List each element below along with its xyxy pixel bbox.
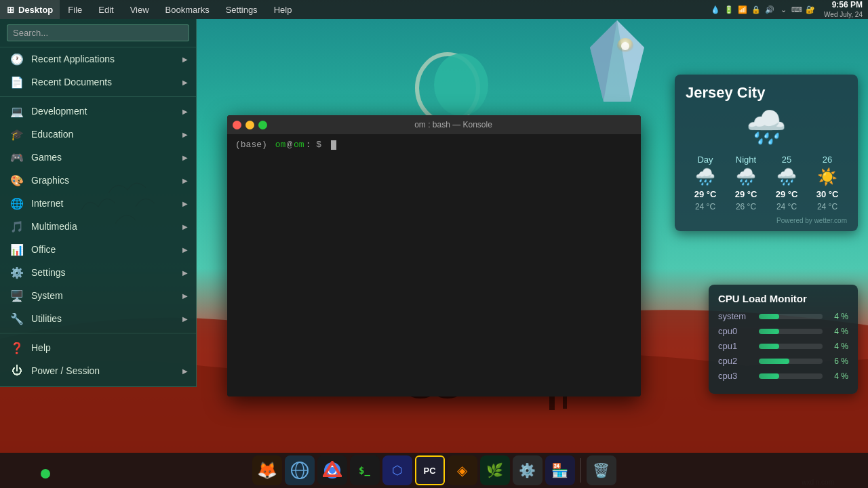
- weather-temp-low-2: 24 °C: [776, 202, 797, 211]
- cpu-monitor: CPU Load Monitor system 4 % cpu0 4 % cpu…: [709, 285, 858, 394]
- dock-sourcetree[interactable]: 🌿: [480, 455, 510, 485]
- weather-day-3: 26 ☀️ 30 °C 24 °C: [808, 155, 847, 211]
- terminal-body[interactable]: (base) om @ om : $: [227, 134, 641, 396]
- menu-help[interactable]: Help: [266, 0, 300, 19]
- weather-day-1: Night 🌧️ 29 °C 26 °C: [726, 155, 766, 211]
- prompt-base: (base): [235, 140, 267, 150]
- water-icon: 💧: [710, 4, 721, 15]
- menu-icon-education: 🎓: [9, 127, 24, 142]
- terminal-minimize[interactable]: [245, 121, 254, 129]
- menu-bookmarks[interactable]: Bookmarks: [157, 0, 218, 19]
- menu-divider-bottom: [0, 333, 196, 333]
- cpu-bar-container-cpu3: [759, 373, 823, 379]
- weather-city: Jersey City: [686, 84, 847, 102]
- menu-item-recent-apps[interactable]: 🕐Recent Applications: [0, 47, 196, 70]
- terminal-maximize[interactable]: [258, 121, 267, 129]
- menu-icon-recent-apps: 🕐: [9, 52, 24, 66]
- menu-item-development[interactable]: 💻Development: [0, 100, 196, 123]
- menu-label-recent-docs: Recent Documents: [31, 77, 112, 87]
- start-icon: ⊞: [7, 5, 14, 15]
- cpu-label-cpu1: cpu1: [718, 341, 753, 351]
- menu-file[interactable]: File: [60, 0, 90, 19]
- dock-chrome[interactable]: [317, 455, 347, 485]
- menu-icon-system: 🖥️: [9, 288, 24, 303]
- clock-time: 9:56 PM: [824, 0, 863, 10]
- prompt-host: om: [294, 140, 304, 150]
- weather-day-icon-3: ☀️: [817, 167, 837, 186]
- menu-icon-development: 💻: [9, 104, 24, 119]
- dock-appcenter[interactable]: 🏪: [545, 455, 575, 485]
- cpu-bar-system: [759, 314, 779, 319]
- menu-item-system[interactable]: 🖥️System: [0, 284, 196, 307]
- cpu-bar-cpu3: [759, 373, 779, 379]
- menu-icon-utilities: 🔧: [9, 311, 24, 326]
- menu-view[interactable]: View: [122, 0, 157, 19]
- dock-terminal[interactable]: $_: [350, 455, 380, 485]
- start-label: Desktop: [18, 5, 53, 15]
- prompt-at: @: [287, 140, 292, 150]
- menu-item-power[interactable]: ⏻Power / Session: [0, 359, 196, 382]
- dock-globe[interactable]: [285, 455, 315, 485]
- dock-trash[interactable]: 🗑️: [587, 455, 616, 485]
- menu-label-games: Games: [31, 152, 62, 163]
- terminal-close[interactable]: [233, 121, 241, 129]
- dock-pycharm[interactable]: PC: [415, 455, 445, 485]
- prompt-user: om: [275, 140, 286, 150]
- weather-day-label-3: 26: [823, 155, 832, 165]
- menu-icon-help: ❓: [9, 340, 24, 355]
- menu-item-office[interactable]: 📊Office: [0, 238, 196, 261]
- menu-item-recent-docs[interactable]: 📄Recent Documents: [0, 70, 196, 94]
- search-input[interactable]: [7, 24, 189, 41]
- menu-icon-games: 🎮: [9, 150, 24, 165]
- chevron-icon[interactable]: ⌄: [778, 4, 789, 15]
- menu-item-games[interactable]: 🎮Games: [0, 146, 196, 169]
- menu-item-utilities[interactable]: 🔧Utilities: [0, 307, 196, 330]
- menu-label-development: Development: [31, 106, 87, 117]
- dock-settings[interactable]: ⚙️: [513, 455, 542, 485]
- cpu-percent-system: 4 %: [828, 312, 848, 321]
- start-button[interactable]: ⊞ Desktop: [0, 0, 60, 19]
- menu-item-graphics[interactable]: 🎨Graphics: [0, 169, 196, 192]
- kbd-icon: ⌨: [791, 4, 802, 15]
- terminal-title: om : bash — Konsole: [271, 120, 635, 129]
- lock-icon: 🔒: [751, 4, 762, 15]
- menu-icon-office: 📊: [9, 242, 24, 257]
- menu-item-settings[interactable]: ⚙️Settings: [0, 261, 196, 284]
- dock-sublime[interactable]: ◈: [448, 455, 477, 485]
- lock2-icon: 🔐: [805, 4, 816, 15]
- menu-settings[interactable]: Settings: [218, 0, 266, 19]
- weather-main-icon: 🌧️: [686, 108, 847, 146]
- terminal-titlebar: om : bash — Konsole: [227, 115, 641, 134]
- menu-icon-graphics: 🎨: [9, 173, 24, 188]
- cpu-row-cpu2: cpu2 6 %: [718, 356, 848, 366]
- cpu-row-cpu1: cpu1 4 %: [718, 341, 848, 351]
- dock-kdevelop[interactable]: ⬡: [382, 455, 412, 485]
- cpu-bar-container-cpu2: [759, 359, 823, 364]
- system-tray: 💧 🔋 📶 🔒 🔊 ⌄ ⌨ 🔐: [710, 4, 816, 15]
- menu-item-multimedia[interactable]: 🎵Multimedia: [0, 215, 196, 238]
- weather-temp-high-3: 30 °C: [816, 189, 839, 199]
- menu-item-education[interactable]: 🎓Education: [0, 123, 196, 146]
- svg-point-2: [434, 54, 488, 116]
- cpu-percent-cpu1: 4 %: [828, 342, 848, 351]
- dock-firefox[interactable]: 🦊: [252, 455, 282, 485]
- weather-temp-high-2: 29 °C: [776, 189, 798, 199]
- taskbar-bottom: 🦊 $_ ⬡ PC ◈ 🌿 ⚙️ 🏪 🗑️: [0, 453, 868, 488]
- menu-edit[interactable]: Edit: [90, 0, 121, 19]
- taskbar-right: 💧 🔋 📶 🔒 🔊 ⌄ ⌨ 🔐 9:56 PM Wed July, 24: [710, 0, 868, 19]
- terminal-window[interactable]: om : bash — Konsole (base) om @ om : $: [227, 115, 641, 396]
- clock[interactable]: 9:56 PM Wed July, 24: [824, 0, 863, 19]
- menu-label-education: Education: [31, 129, 73, 140]
- svg-marker-4: [617, 20, 644, 102]
- cpu-bar-container-cpu1: [759, 344, 823, 349]
- menu-icon-settings: ⚙️: [9, 265, 24, 280]
- app-menu: 🕐Recent Applications📄Recent Documents💻De…: [0, 19, 197, 387]
- menu-label-help: Help: [31, 342, 51, 353]
- cpu-row-cpu3: cpu3 4 %: [718, 371, 848, 381]
- cpu-rows: system 4 % cpu0 4 % cpu1 4 % cpu2 6 % cp…: [718, 311, 848, 381]
- weather-day-0: Day 🌧️ 29 °C 24 °C: [686, 155, 725, 211]
- weather-day-icon-2: 🌧️: [776, 167, 797, 186]
- cpu-percent-cpu0: 4 %: [828, 327, 848, 336]
- menu-item-help[interactable]: ❓Help: [0, 336, 196, 359]
- menu-item-internet[interactable]: 🌐Internet: [0, 192, 196, 215]
